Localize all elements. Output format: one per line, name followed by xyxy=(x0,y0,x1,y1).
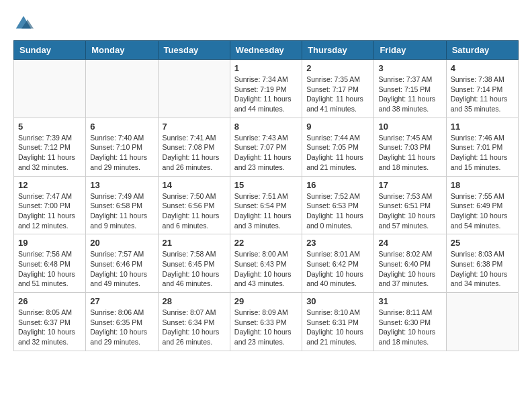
calendar-cell: 12Sunrise: 7:47 AM Sunset: 7:00 PM Dayli… xyxy=(14,176,86,234)
day-info: Sunrise: 7:56 AM Sunset: 6:48 PM Dayligh… xyxy=(18,249,81,289)
calendar-cell: 20Sunrise: 7:57 AM Sunset: 6:46 PM Dayli… xyxy=(86,234,158,293)
calendar-cell xyxy=(86,60,158,118)
day-number: 3 xyxy=(378,63,441,73)
calendar-week-row: 5Sunrise: 7:39 AM Sunset: 7:12 PM Daylig… xyxy=(14,118,519,176)
day-info: Sunrise: 8:06 AM Sunset: 6:35 PM Dayligh… xyxy=(90,308,153,347)
day-info: Sunrise: 7:53 AM Sunset: 6:51 PM Dayligh… xyxy=(378,191,441,231)
day-number: 27 xyxy=(90,296,153,306)
calendar-cell: 4Sunrise: 7:38 AM Sunset: 7:14 PM Daylig… xyxy=(446,60,518,118)
day-number: 11 xyxy=(451,122,514,132)
day-number: 31 xyxy=(378,296,441,306)
day-info: Sunrise: 7:55 AM Sunset: 6:49 PM Dayligh… xyxy=(451,191,514,231)
day-info: Sunrise: 7:58 AM Sunset: 6:45 PM Dayligh… xyxy=(163,249,226,289)
calendar-cell: 16Sunrise: 7:52 AM Sunset: 6:53 PM Dayli… xyxy=(302,176,374,234)
day-number: 16 xyxy=(306,180,369,190)
day-header-friday: Friday xyxy=(374,41,446,60)
day-info: Sunrise: 8:07 AM Sunset: 6:34 PM Dayligh… xyxy=(163,308,226,347)
calendar-cell: 27Sunrise: 8:06 AM Sunset: 6:35 PM Dayli… xyxy=(86,293,158,351)
calendar-cell: 17Sunrise: 7:53 AM Sunset: 6:51 PM Dayli… xyxy=(374,176,446,234)
day-info: Sunrise: 7:43 AM Sunset: 7:07 PM Dayligh… xyxy=(234,133,298,173)
day-header-sunday: Sunday xyxy=(14,41,86,60)
calendar-week-row: 1Sunrise: 7:34 AM Sunset: 7:19 PM Daylig… xyxy=(14,60,519,118)
day-info: Sunrise: 7:37 AM Sunset: 7:15 PM Dayligh… xyxy=(378,75,441,114)
calendar-cell: 15Sunrise: 7:51 AM Sunset: 6:54 PM Dayli… xyxy=(230,176,302,234)
day-number: 4 xyxy=(451,63,514,73)
calendar-cell: 29Sunrise: 8:09 AM Sunset: 6:33 PM Dayli… xyxy=(230,293,302,351)
day-info: Sunrise: 7:41 AM Sunset: 7:08 PM Dayligh… xyxy=(163,133,226,173)
day-info: Sunrise: 7:52 AM Sunset: 6:53 PM Dayligh… xyxy=(306,191,369,231)
day-number: 25 xyxy=(451,238,514,248)
day-header-monday: Monday xyxy=(86,41,158,60)
calendar-cell: 28Sunrise: 8:07 AM Sunset: 6:34 PM Dayli… xyxy=(158,293,230,351)
day-info: Sunrise: 8:01 AM Sunset: 6:42 PM Dayligh… xyxy=(306,249,369,289)
day-info: Sunrise: 7:38 AM Sunset: 7:14 PM Dayligh… xyxy=(451,75,514,114)
calendar-week-row: 26Sunrise: 8:05 AM Sunset: 6:37 PM Dayli… xyxy=(14,293,519,351)
calendar-cell: 13Sunrise: 7:49 AM Sunset: 6:58 PM Dayli… xyxy=(86,176,158,234)
day-number: 26 xyxy=(18,296,81,306)
logo-icon xyxy=(13,13,34,34)
day-number: 17 xyxy=(378,180,441,190)
day-number: 22 xyxy=(234,238,298,248)
day-info: Sunrise: 8:00 AM Sunset: 6:43 PM Dayligh… xyxy=(234,249,298,289)
calendar-cell: 6Sunrise: 7:40 AM Sunset: 7:10 PM Daylig… xyxy=(86,118,158,176)
calendar-cell: 18Sunrise: 7:55 AM Sunset: 6:49 PM Dayli… xyxy=(446,176,518,234)
calendar-cell: 1Sunrise: 7:34 AM Sunset: 7:19 PM Daylig… xyxy=(230,60,302,118)
calendar-cell: 31Sunrise: 8:11 AM Sunset: 6:30 PM Dayli… xyxy=(374,293,446,351)
day-info: Sunrise: 7:35 AM Sunset: 7:17 PM Dayligh… xyxy=(306,75,369,114)
calendar-cell: 14Sunrise: 7:50 AM Sunset: 6:56 PM Dayli… xyxy=(158,176,230,234)
day-info: Sunrise: 7:57 AM Sunset: 6:46 PM Dayligh… xyxy=(90,249,153,289)
calendar-cell: 8Sunrise: 7:43 AM Sunset: 7:07 PM Daylig… xyxy=(230,118,302,176)
day-number: 13 xyxy=(90,180,153,190)
day-number: 9 xyxy=(306,122,369,132)
day-number: 2 xyxy=(306,63,369,73)
calendar-cell xyxy=(158,60,230,118)
calendar-cell: 11Sunrise: 7:46 AM Sunset: 7:01 PM Dayli… xyxy=(446,118,518,176)
day-number: 15 xyxy=(234,180,298,190)
day-number: 6 xyxy=(90,122,153,132)
calendar-cell: 7Sunrise: 7:41 AM Sunset: 7:08 PM Daylig… xyxy=(158,118,230,176)
day-number: 19 xyxy=(18,238,81,248)
calendar-cell: 5Sunrise: 7:39 AM Sunset: 7:12 PM Daylig… xyxy=(14,118,86,176)
day-header-wednesday: Wednesday xyxy=(230,41,302,60)
day-info: Sunrise: 8:03 AM Sunset: 6:38 PM Dayligh… xyxy=(451,249,514,289)
day-info: Sunrise: 7:50 AM Sunset: 6:56 PM Dayligh… xyxy=(163,191,226,231)
day-number: 18 xyxy=(451,180,514,190)
day-info: Sunrise: 8:10 AM Sunset: 6:31 PM Dayligh… xyxy=(306,308,369,347)
day-header-tuesday: Tuesday xyxy=(158,41,230,60)
day-info: Sunrise: 8:02 AM Sunset: 6:40 PM Dayligh… xyxy=(378,249,441,289)
day-info: Sunrise: 7:40 AM Sunset: 7:10 PM Dayligh… xyxy=(90,133,153,173)
day-info: Sunrise: 7:44 AM Sunset: 7:05 PM Dayligh… xyxy=(306,133,369,173)
page-header xyxy=(13,13,519,34)
day-number: 10 xyxy=(378,122,441,132)
day-number: 20 xyxy=(90,238,153,248)
calendar-week-row: 19Sunrise: 7:56 AM Sunset: 6:48 PM Dayli… xyxy=(14,234,519,293)
calendar-cell xyxy=(446,293,518,351)
calendar-cell: 9Sunrise: 7:44 AM Sunset: 7:05 PM Daylig… xyxy=(302,118,374,176)
day-number: 29 xyxy=(234,296,298,306)
day-number: 28 xyxy=(163,296,226,306)
day-number: 5 xyxy=(18,122,81,132)
calendar-cell: 10Sunrise: 7:45 AM Sunset: 7:03 PM Dayli… xyxy=(374,118,446,176)
calendar-week-row: 12Sunrise: 7:47 AM Sunset: 7:00 PM Dayli… xyxy=(14,176,519,234)
day-info: Sunrise: 8:11 AM Sunset: 6:30 PM Dayligh… xyxy=(378,308,441,347)
day-number: 23 xyxy=(306,238,369,248)
day-info: Sunrise: 8:05 AM Sunset: 6:37 PM Dayligh… xyxy=(18,308,81,347)
day-info: Sunrise: 8:09 AM Sunset: 6:33 PM Dayligh… xyxy=(234,308,298,347)
calendar-table: SundayMondayTuesdayWednesdayThursdayFrid… xyxy=(13,40,519,351)
day-info: Sunrise: 7:49 AM Sunset: 6:58 PM Dayligh… xyxy=(90,191,153,231)
day-info: Sunrise: 7:45 AM Sunset: 7:03 PM Dayligh… xyxy=(378,133,441,173)
day-number: 14 xyxy=(163,180,226,190)
calendar-cell: 21Sunrise: 7:58 AM Sunset: 6:45 PM Dayli… xyxy=(158,234,230,293)
logo xyxy=(13,13,36,34)
day-number: 7 xyxy=(163,122,226,132)
day-info: Sunrise: 7:46 AM Sunset: 7:01 PM Dayligh… xyxy=(451,133,514,173)
calendar-cell: 22Sunrise: 8:00 AM Sunset: 6:43 PM Dayli… xyxy=(230,234,302,293)
calendar-cell: 3Sunrise: 7:37 AM Sunset: 7:15 PM Daylig… xyxy=(374,60,446,118)
calendar-cell: 2Sunrise: 7:35 AM Sunset: 7:17 PM Daylig… xyxy=(302,60,374,118)
calendar-header-row: SundayMondayTuesdayWednesdayThursdayFrid… xyxy=(14,41,519,60)
calendar-cell: 30Sunrise: 8:10 AM Sunset: 6:31 PM Dayli… xyxy=(302,293,374,351)
calendar-cell: 26Sunrise: 8:05 AM Sunset: 6:37 PM Dayli… xyxy=(14,293,86,351)
day-info: Sunrise: 7:39 AM Sunset: 7:12 PM Dayligh… xyxy=(18,133,81,173)
calendar-cell xyxy=(14,60,86,118)
day-header-saturday: Saturday xyxy=(446,41,518,60)
